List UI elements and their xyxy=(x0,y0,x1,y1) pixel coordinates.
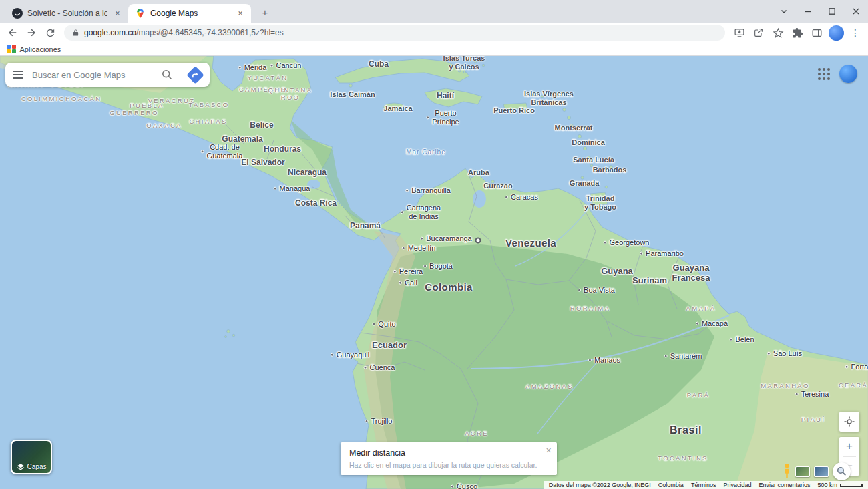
bookmark-star-icon[interactable] xyxy=(769,24,787,41)
attribution-link-feedback[interactable]: Enviar comentarios xyxy=(758,482,810,488)
search-input[interactable] xyxy=(31,69,154,81)
tab-solvetic[interactable]: Solvetic - Solución a los problem ✕ xyxy=(5,4,128,23)
reload-icon[interactable] xyxy=(41,24,59,41)
lock-icon xyxy=(72,29,79,37)
window-controls xyxy=(772,0,868,23)
measure-title: Medir distancia xyxy=(349,448,537,458)
google-apps-grid-icon[interactable] xyxy=(818,68,830,80)
extensions-puzzle-icon[interactable] xyxy=(789,24,806,41)
measure-subtitle: Haz clic en el mapa para dibujar la ruta… xyxy=(349,461,537,469)
browser-tab-strip: Solvetic - Solución a los problem ✕ Goog… xyxy=(0,0,868,23)
side-panel-icon[interactable] xyxy=(808,24,825,41)
map-attribution-bar: Datos del mapa ©2022 Google, INEGI Colom… xyxy=(544,481,868,489)
tab-close-icon[interactable]: ✕ xyxy=(112,8,123,19)
share-icon[interactable] xyxy=(750,24,767,41)
zoom-in-button[interactable]: + xyxy=(839,437,859,456)
my-location-button[interactable] xyxy=(839,412,859,432)
attribution-link-privacy[interactable]: Privacidad xyxy=(723,482,751,488)
back-icon[interactable] xyxy=(4,24,21,41)
explore-loupe-button[interactable] xyxy=(833,462,851,480)
tab-search-chevron-icon[interactable] xyxy=(772,0,796,23)
attribution-link-terms[interactable]: Términos xyxy=(691,482,716,488)
map-data-credit: Datos del mapa ©2022 Google, INEGI xyxy=(549,482,651,488)
account-avatar[interactable] xyxy=(839,65,857,83)
imagery-thumbnail[interactable] xyxy=(795,466,810,477)
magnifier-icon xyxy=(836,466,847,477)
scale-label: 500 km xyxy=(817,482,837,488)
tab-title: Google Maps xyxy=(150,9,230,18)
crosshair-icon xyxy=(843,416,855,428)
layers-icon xyxy=(17,463,25,470)
tab-title: Solvetic - Solución a los problem xyxy=(27,9,107,18)
new-tab-button[interactable]: + xyxy=(256,3,274,21)
minimize-icon[interactable] xyxy=(796,0,820,23)
map-marker-circle xyxy=(475,238,481,244)
install-app-icon[interactable] xyxy=(730,24,748,41)
map-canvas[interactable]: NAYARITPOTOSÍCOLIMAMICHOACÁNGUERREROPUEB… xyxy=(0,56,868,489)
bookmark-label: Aplicaciones xyxy=(20,45,61,53)
tab-close-icon[interactable]: ✕ xyxy=(235,8,246,19)
map-terrain xyxy=(0,56,868,489)
google-maps-favicon xyxy=(135,8,146,19)
tab-google-maps[interactable]: Google Maps ✕ xyxy=(128,4,251,23)
close-window-icon[interactable] xyxy=(844,0,868,23)
bookmarks-bar: Aplicaciones xyxy=(0,43,868,56)
scale-bar xyxy=(840,484,863,487)
chrome-menu-icon[interactable]: ⋮ xyxy=(847,24,864,41)
forward-icon[interactable] xyxy=(23,24,40,41)
layers-label: Capas xyxy=(27,463,47,470)
layers-control[interactable]: Capas xyxy=(11,440,52,474)
url-text: google.com.co/maps/@4.645345,-74.3390061… xyxy=(84,28,284,37)
pegman-icon[interactable] xyxy=(783,463,791,480)
apps-grid-icon xyxy=(7,45,16,54)
profile-avatar[interactable] xyxy=(827,24,845,41)
measure-close-icon[interactable]: ✕ xyxy=(546,446,552,455)
maps-search-card xyxy=(5,63,210,87)
directions-icon[interactable] xyxy=(180,63,210,87)
measure-distance-dialog: Medir distancia Haz clic en el mapa para… xyxy=(341,442,557,475)
imagery-thumbnail[interactable] xyxy=(814,466,829,477)
address-bar[interactable]: google.com.co/maps/@4.645345,-74.3390061… xyxy=(64,25,725,41)
bookmark-aplicaciones[interactable]: Aplicaciones xyxy=(7,45,61,54)
search-icon[interactable] xyxy=(154,63,180,87)
menu-hamburger-icon[interactable] xyxy=(5,63,31,87)
maximize-icon[interactable] xyxy=(820,0,844,23)
attribution-link-colombia[interactable]: Colombia xyxy=(658,482,684,488)
solvetic-favicon xyxy=(12,8,23,19)
browser-toolbar: google.com.co/maps/@4.645345,-74.3390061… xyxy=(0,23,868,43)
